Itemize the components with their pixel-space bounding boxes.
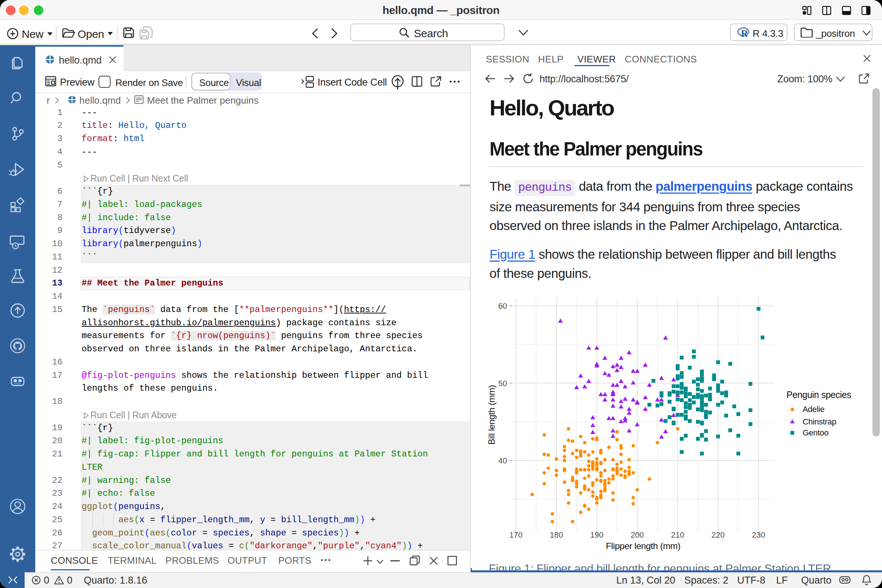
svg-text:60: 60: [498, 302, 507, 310]
svg-text:50: 50: [498, 379, 507, 388]
svg-text:Flipper length (mm): Flipper length (mm): [606, 541, 681, 551]
svg-text:180: 180: [550, 531, 563, 540]
svg-text:Chinstrap: Chinstrap: [802, 417, 836, 426]
svg-text:210: 210: [671, 531, 684, 540]
svg-text:220: 220: [711, 531, 725, 540]
svg-text:Bill length (mm): Bill length (mm): [487, 385, 496, 445]
svg-text:230: 230: [752, 531, 765, 540]
svg-text:200: 200: [631, 531, 644, 540]
svg-text:190: 190: [590, 531, 603, 540]
svg-text:R: R: [741, 28, 748, 39]
svg-text:40: 40: [498, 456, 507, 465]
svg-text:Gentoo: Gentoo: [802, 428, 828, 437]
svg-text:170: 170: [509, 531, 523, 540]
svg-text:Penguin species: Penguin species: [786, 390, 851, 400]
svg-text:Adelie: Adelie: [802, 405, 824, 414]
